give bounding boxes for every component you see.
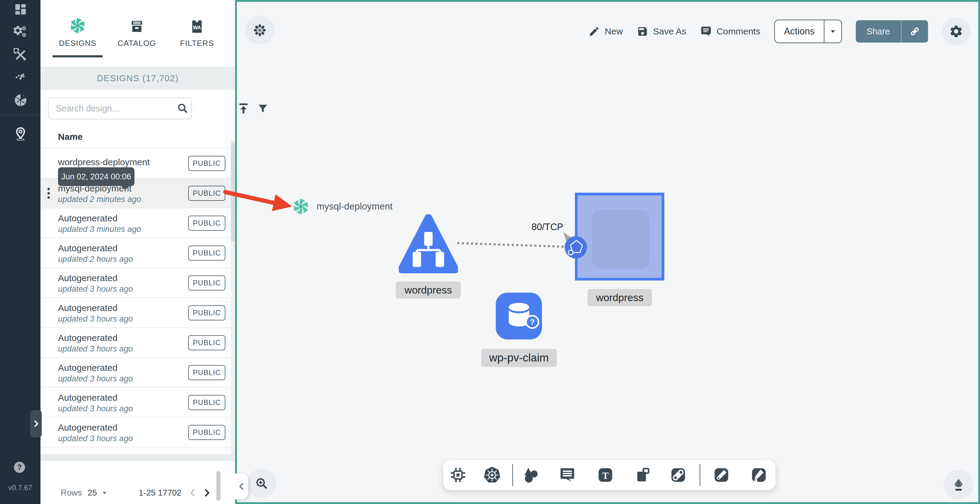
design-row[interactable]: Autogenerated updated 3 hours ago PUBLIC	[40, 297, 231, 328]
kebab-menu-icon[interactable]	[48, 188, 50, 199]
dashboard-icon[interactable]	[14, 2, 27, 16]
search-input[interactable]	[49, 103, 174, 114]
settings-button[interactable]	[942, 17, 970, 46]
save-as-label: Save As	[653, 26, 686, 37]
visibility-badge: PUBLIC	[188, 186, 225, 201]
tab-filters[interactable]: WA FILTERS	[167, 8, 227, 57]
chevron-right-icon	[202, 487, 212, 499]
design-row[interactable]: Autogenerated updated 3 hours ago PUBLIC	[40, 417, 231, 447]
design-row[interactable]: Autogenerated updated 3 hours ago PUBLIC	[40, 328, 231, 357]
text-glyph: T	[602, 470, 609, 481]
gear-icon	[949, 24, 963, 39]
edge-port-label: 80/TCP	[527, 222, 567, 232]
new-label: New	[605, 26, 623, 37]
caret-down-icon	[829, 28, 837, 35]
design-row[interactable]: Autogenerated updated 2 hours ago PUBLIC	[40, 238, 231, 267]
collapse-sidebar-tab[interactable]	[235, 474, 248, 499]
pagination-range: 1-25 17702	[138, 487, 181, 499]
toolkit-wrench-icon[interactable]	[14, 48, 27, 62]
list-scrollbar-thumb[interactable]	[231, 142, 235, 242]
list-footer-divider	[40, 454, 235, 461]
design-row[interactable]: Autogenerated updated 3 hours ago PUBLIC	[40, 387, 231, 417]
service-edge[interactable]	[456, 240, 568, 250]
mesh-network-icon	[253, 23, 267, 37]
wa-glyph: WA	[193, 25, 201, 30]
chevron-right-icon	[32, 418, 40, 429]
notes-tool-icon[interactable]	[633, 466, 652, 484]
tab-designs[interactable]: DESIGNS	[48, 8, 108, 57]
visibility-badge: PUBLIC	[188, 365, 225, 380]
design-canvas[interactable]: New Save As Comments Actions Share	[235, 0, 980, 504]
design-updated: updated 3 hours ago	[58, 374, 133, 383]
text-tool-icon[interactable]: T	[596, 466, 615, 484]
design-updated: updated 3 hours ago	[58, 285, 133, 294]
wordpress-container-node[interactable]	[575, 193, 664, 281]
wasm-filters-icon: WA	[167, 8, 227, 35]
tooltip-text: Jun 02, 2024 00:06	[61, 172, 131, 181]
pen-mode-button[interactable]	[944, 470, 974, 499]
design-name: Autogenerated	[58, 333, 118, 343]
design-row[interactable]: Autogenerated updated 3 hours ago PUBLIC	[40, 357, 231, 387]
design-row[interactable]: Autogenerated updated 3 minutes ago PUBL…	[40, 208, 231, 238]
expand-sidebar-tab[interactable]	[30, 410, 42, 437]
designs-sidebar: DESIGNS CATALOG WA FILTERS DESIGNS (17,7…	[40, 0, 235, 504]
visibility-badge: PUBLIC	[188, 305, 225, 320]
actions-split-button[interactable]: Actions	[774, 20, 842, 43]
comment-icon	[700, 25, 712, 37]
filter-funnel-button[interactable]	[256, 102, 270, 116]
visibility-badge: PUBLIC	[188, 335, 225, 350]
design-name: Autogenerated	[58, 213, 118, 223]
active-tab-underline	[52, 55, 103, 57]
partial-row	[40, 447, 231, 453]
dragged-design-label: mysql-deployment	[317, 201, 393, 212]
new-design-button[interactable]: New	[589, 25, 623, 37]
prev-page-button[interactable]	[188, 487, 198, 499]
visibility-badge: PUBLIC	[188, 156, 225, 171]
page-size-select[interactable]: 25	[88, 487, 108, 499]
design-name: Autogenerated	[58, 423, 118, 433]
next-page-button[interactable]	[202, 487, 212, 499]
panel-scrollbar-thumb[interactable]	[216, 471, 221, 501]
dock-divider	[700, 464, 700, 486]
rail-divider	[0, 114, 40, 115]
visibility-badge: PUBLIC	[188, 275, 225, 291]
help-button[interactable]: ?	[14, 462, 25, 473]
lifecycle-gears-icon[interactable]	[14, 25, 27, 39]
pv-claim-label: wp-pv-claim	[481, 349, 557, 367]
visualize-mesh-button[interactable]	[245, 16, 274, 45]
dragged-design-ghost[interactable]: mysql-deployment	[292, 197, 393, 216]
design-updated: updated 2 minutes ago	[58, 195, 141, 204]
pencil-icon	[589, 25, 600, 37]
import-design-button[interactable]	[237, 102, 250, 115]
share-split-button[interactable]: Share	[856, 20, 928, 43]
design-search[interactable]	[48, 97, 192, 119]
kubernetes-tool-icon[interactable]	[483, 466, 501, 484]
shapes-tool-icon[interactable]	[522, 466, 541, 484]
chevron-left-icon	[188, 487, 198, 499]
link-tool-icon[interactable]	[669, 466, 687, 484]
mesh-adapter-icon[interactable]	[14, 93, 27, 107]
wordpress-container-label: wordpress	[587, 289, 652, 306]
comment-tool-icon[interactable]	[558, 466, 577, 484]
actions-dropdown-caret[interactable]	[824, 20, 842, 43]
actions-label: Actions	[775, 20, 824, 43]
pv-claim-node[interactable]: ?	[496, 293, 542, 339]
sketch-tool-icon[interactable]	[749, 466, 768, 484]
design-updated: updated 3 hours ago	[58, 434, 133, 443]
save-as-button[interactable]: Save As	[637, 25, 686, 37]
component-tool-icon[interactable]	[449, 466, 467, 484]
kanvas-pin-icon[interactable]	[14, 127, 27, 141]
zoom-in-button[interactable]	[247, 469, 276, 498]
updated-date-tooltip: Jun 02, 2024 00:06	[58, 167, 134, 186]
comments-button[interactable]: Comments	[700, 25, 760, 37]
link-icon	[909, 26, 920, 37]
visibility-badge: PUBLIC	[188, 395, 225, 410]
tab-catalog[interactable]: CATALOG	[107, 8, 167, 57]
design-row[interactable]: Autogenerated updated 3 hours ago PUBLIC	[40, 267, 231, 297]
edge-endpoint-badge[interactable]	[564, 235, 588, 259]
pen-tool-icon[interactable]	[712, 466, 731, 484]
wordpress-service-node[interactable]	[399, 213, 458, 275]
copy-link-button[interactable]	[901, 20, 928, 43]
performance-gauge-icon[interactable]	[14, 68, 27, 83]
dock-divider	[512, 464, 513, 486]
